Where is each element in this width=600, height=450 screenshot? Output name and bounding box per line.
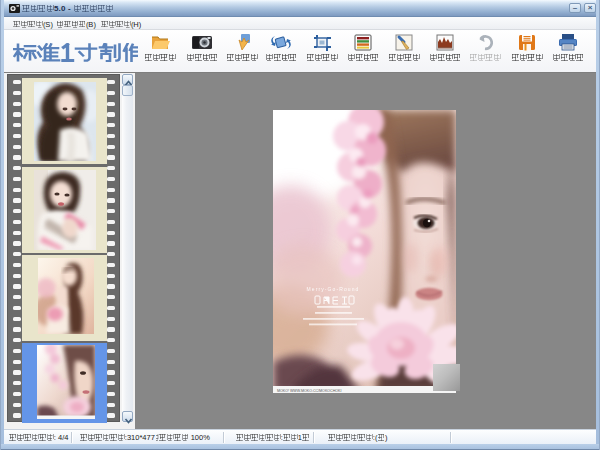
svg-text:MOKO! WWW.MOKO.CC/MOKOCHOKI: MOKO! WWW.MOKO.CC/MOKOCHOKI: [277, 389, 342, 393]
svg-text:Merry-Go-Round: Merry-Go-Round: [307, 286, 360, 292]
